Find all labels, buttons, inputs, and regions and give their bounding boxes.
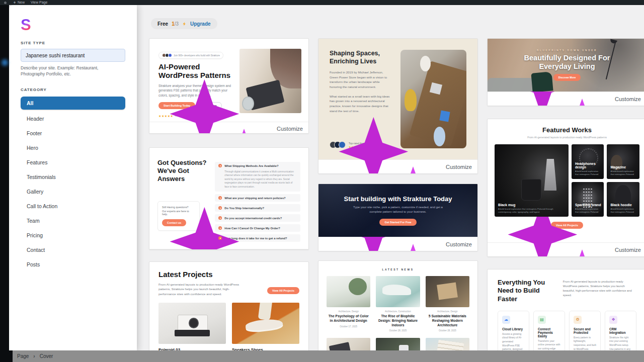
badge-text: Join 900+ developers who build with Stra… bbox=[174, 54, 220, 57]
feature-name: Cloud Library bbox=[502, 327, 525, 331]
works-grid: Black mug A bold brand exploration that … bbox=[495, 144, 639, 217]
editor-bottom-bar: Page › Cover bbox=[0, 350, 644, 362]
pattern-heading: Latest Projects bbox=[158, 270, 299, 279]
category-item-pricing[interactable]: Pricing bbox=[21, 228, 125, 243]
photo-shape bbox=[488, 78, 535, 92]
active-menu-glow bbox=[2, 59, 8, 66]
faq-question-row: What Shipping Methods Are Available? bbox=[215, 162, 300, 169]
category-item-call-to-action[interactable]: Call to Action bbox=[21, 199, 125, 214]
pattern-card-latest-projects[interactable]: Latest Projects From AI-generated layout… bbox=[149, 261, 309, 362]
new-menu[interactable]: ＋ New bbox=[13, 0, 25, 5]
work-desc: A bold brand exploration that reimagines… bbox=[575, 208, 602, 214]
photo-shape bbox=[175, 330, 210, 336]
category-item-features[interactable]: Features bbox=[21, 155, 125, 170]
pattern-card-cta[interactable]: Start building with Strakture Today Type… bbox=[318, 184, 478, 251]
cta-preview: Start building with Strakture Today Type… bbox=[318, 184, 477, 237]
post-category: Architecture, Construction bbox=[376, 310, 420, 313]
work-desc: A bold brand exploration that reimagines… bbox=[498, 208, 566, 214]
customize-button[interactable]: Customize bbox=[149, 122, 308, 134]
customize-button[interactable]: Customize bbox=[488, 92, 644, 106]
photo-team-table bbox=[400, 50, 466, 148]
grid-column-3: BLUEPRINTS DOWN UNDER Beautifully Design… bbox=[487, 38, 644, 362]
category-list: All Header Footer Hero Features Testimon… bbox=[21, 97, 125, 272]
site-type-label: SITE TYPE bbox=[21, 41, 125, 45]
avatar bbox=[168, 53, 172, 57]
pattern-card-faq[interactable]: Got Questions? We've Got Answers Still H… bbox=[149, 147, 309, 250]
pattern-heading: Shaping Spaces, Enriching Lives bbox=[330, 50, 392, 65]
pattern-card-featured-works[interactable]: Featured Works From AI-generated layouts… bbox=[487, 119, 644, 257]
pattern-card-about[interactable]: Shaping Spaces, Enriching Lives Founded … bbox=[318, 38, 478, 174]
view-page-menu[interactable]: View Page bbox=[31, 0, 47, 5]
category-item-testimonials[interactable]: Testimonials bbox=[21, 170, 125, 185]
projects-preview: Latest Projects From AI-generated layout… bbox=[149, 262, 308, 362]
customize-button[interactable]: Customize bbox=[318, 237, 477, 251]
news-preview: LATEST NEWS Architecture, Design The Psy… bbox=[318, 261, 477, 362]
pattern-heading: Featured Works bbox=[542, 126, 592, 134]
pattern-heading: Everything You Need to Build Faster bbox=[498, 279, 556, 303]
post-date: October 28, 2025 bbox=[376, 329, 420, 332]
view-all-projects-button: View All Projects bbox=[267, 287, 299, 294]
wp-collapsed-menu[interactable] bbox=[0, 0, 9, 362]
tile-text: Headphones design A bold brand explorati… bbox=[575, 162, 602, 176]
customize-button[interactable]: Customize bbox=[318, 159, 477, 173]
comments-icon[interactable] bbox=[4, 2, 7, 4]
pattern-card-interior-hero[interactable]: BLUEPRINTS DOWN UNDER Beautifully Design… bbox=[487, 38, 644, 106]
plan-total-count: /3 bbox=[175, 21, 179, 27]
avatar-group bbox=[162, 53, 172, 57]
tile-text: Sparkling brand A bold brand exploration… bbox=[575, 203, 602, 214]
category-item-all[interactable]: All bbox=[21, 97, 125, 110]
discover-button: Discover More bbox=[553, 74, 581, 81]
photo-shape bbox=[434, 127, 446, 146]
new-menu-label: New bbox=[18, 0, 25, 5]
wp-admin-bar: ＋ New View Page bbox=[0, 0, 644, 5]
integration-icon: ❖ bbox=[609, 316, 617, 324]
pattern-card-latest-news[interactable]: LATEST NEWS Architecture, Design The Psy… bbox=[318, 260, 478, 362]
faq-answer: Through digital communications it create… bbox=[215, 169, 300, 192]
category-item-footer[interactable]: Footer bbox=[21, 126, 125, 141]
customize-button[interactable]: Customize bbox=[149, 249, 308, 250]
category-item-team[interactable]: Team bbox=[21, 214, 125, 228]
upgrade-link[interactable]: Upgrade bbox=[190, 21, 211, 27]
plan-name: Free bbox=[157, 21, 168, 27]
post-title: The Psychology of Color in Architectural… bbox=[327, 314, 370, 323]
post-category: Architecture, Design bbox=[426, 310, 469, 313]
category-item-posts[interactable]: Posts bbox=[21, 257, 125, 272]
photo-polaroid-camera bbox=[158, 303, 226, 344]
pattern-card-ai-hero[interactable]: Join 900+ developers who build with Stra… bbox=[149, 38, 309, 134]
pattern-card-features[interactable]: Everything You Need to Build Faster From… bbox=[487, 269, 644, 362]
pattern-heading: Start building with Strakture Today bbox=[344, 195, 452, 203]
category-item-hero[interactable]: Hero bbox=[21, 141, 125, 155]
pattern-body: Founded in 2019 by Michael Jefferson, Gr… bbox=[330, 70, 390, 89]
work-tile-black-mug: Black mug A bold brand exploration that … bbox=[495, 144, 569, 217]
sparkle-icon bbox=[155, 197, 274, 250]
customize-button[interactable]: Customize bbox=[488, 242, 644, 256]
cloud-icon: ☁ bbox=[502, 316, 510, 324]
bottom-bar-corner bbox=[0, 350, 13, 362]
photo-shape bbox=[531, 71, 553, 92]
work-tile-black-hoodie: Black hoodie A bold brand exploration th… bbox=[607, 182, 639, 217]
breadcrumb-page[interactable]: Page bbox=[17, 353, 29, 359]
get-started-button: Get Started For Free bbox=[379, 219, 416, 226]
customize-label: Customize bbox=[446, 164, 472, 170]
news-grid: Architecture, Design The Psychology of C… bbox=[327, 276, 469, 332]
news-post: Architecture, Design The Psychology of C… bbox=[327, 276, 370, 332]
site-type-input[interactable] bbox=[21, 49, 125, 62]
photo-shape bbox=[189, 318, 199, 328]
work-name: Sparkling brand bbox=[575, 203, 602, 207]
category-item-gallery[interactable]: Gallery bbox=[21, 185, 125, 199]
pattern-body: From AI-generated layouts to production-… bbox=[563, 280, 636, 303]
faq-item-expanded: What Shipping Methods Are Available? Thr… bbox=[215, 162, 300, 192]
work-desc: A bold brand exploration that reimagines… bbox=[575, 170, 602, 176]
category-item-header[interactable]: Header bbox=[21, 112, 125, 126]
work-name: Magazine bbox=[610, 165, 637, 169]
plan-usage: 1/3 bbox=[172, 21, 179, 27]
pattern-grid: Join 900+ developers who build with Stra… bbox=[149, 38, 644, 362]
photo-shape bbox=[245, 318, 283, 332]
work-tile-sparkling-brand: Sparkling brand A bold brand exploration… bbox=[572, 182, 604, 217]
category-item-contact[interactable]: Contact bbox=[21, 243, 125, 257]
faq-bullet-icon bbox=[218, 164, 222, 167]
breadcrumb-cover[interactable]: Cover bbox=[40, 353, 53, 359]
photo-person-typing bbox=[239, 49, 301, 113]
tile-text: Black mug A bold brand exploration that … bbox=[498, 203, 566, 214]
faq-question: What Shipping Methods Are Available? bbox=[224, 164, 278, 167]
